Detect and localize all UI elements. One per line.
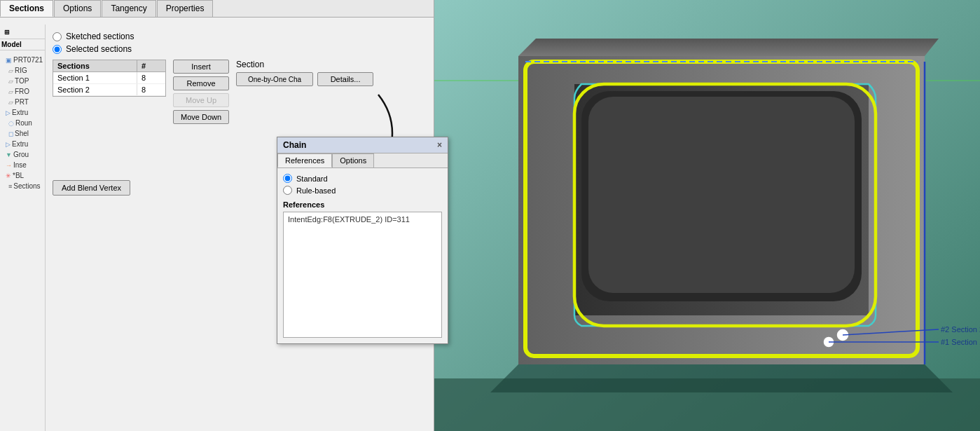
table-row[interactable]: Section 2 8 xyxy=(53,84,165,96)
dialog-tabs: References Options xyxy=(277,153,448,168)
tree-item-fro[interactable]: ▱ FRO xyxy=(3,86,42,97)
plane-icon4: ▱ xyxy=(8,99,13,106)
one-by-one-button[interactable]: One-by-One Cha xyxy=(236,72,313,86)
action-buttons: Insert Remove Move Up Move Down xyxy=(173,60,229,124)
tree-item-round[interactable]: ◌ Roun xyxy=(3,118,42,128)
model-tree: ⊞ Model ▣ PRT0721 ▱ RIG ▱ TOP ▱ FRO xyxy=(0,25,46,431)
model-tree-header: ⊞ xyxy=(0,25,45,39)
plane-icon: ▱ xyxy=(8,67,13,74)
viewport-svg: #2 Section 2 #1 Section 1 xyxy=(434,0,980,431)
dialog-tab-options[interactable]: Options xyxy=(332,153,374,167)
tab-options[interactable]: Options xyxy=(54,0,101,17)
sections-area: Sections # Section 1 8 Section 2 8 xyxy=(53,60,427,124)
dialog-title: Chain xyxy=(283,140,306,150)
radio-sketched-input[interactable] xyxy=(53,32,62,41)
tree-item-insert[interactable]: → Inse xyxy=(3,160,42,170)
radio-sketched: Sketched sections xyxy=(53,32,427,41)
section-right-panel: Section One-by-One Cha Details... xyxy=(236,60,373,124)
viewport: #2 Section 2 #1 Section 1 xyxy=(434,0,980,431)
svg-rect-7 xyxy=(588,97,855,293)
sections-icon: ≡ xyxy=(8,183,12,190)
radio-selected-input[interactable] xyxy=(53,45,62,54)
radio-group: Sketched sections Selected sections xyxy=(53,32,427,54)
tree-item-blend[interactable]: ✳ *BL xyxy=(3,170,42,181)
reference-item: IntentEdg:F8(EXTRUDE_2) ID=311 xyxy=(288,215,437,224)
section-buttons-group: One-by-One Cha Details... xyxy=(236,72,373,86)
tree-item-sections[interactable]: ≡ Sections xyxy=(3,181,42,191)
move-up-button[interactable]: Move Up xyxy=(173,93,229,107)
dialog-radio-standard-label: Standard xyxy=(296,175,328,183)
tree-item-prt[interactable]: ▣ PRT0721 xyxy=(3,55,42,65)
dialog-radio-standard: Standard xyxy=(283,174,442,183)
dialog-radio-rule-based: Rule-based xyxy=(283,186,442,195)
remove-button[interactable]: Remove xyxy=(173,76,229,90)
tree-item-extrude1[interactable]: ▷ Extru xyxy=(3,107,42,118)
app-container: Sections Options Tangency Properties ⊞ M… xyxy=(0,0,980,431)
svg-marker-19 xyxy=(490,364,953,392)
tree-item-extrude2[interactable]: ▷ Extru xyxy=(3,139,42,149)
radio-sketched-label: Sketched sections xyxy=(66,32,134,41)
move-down-button[interactable]: Move Down xyxy=(173,110,229,124)
tree-item-shell[interactable]: ◻ Shel xyxy=(3,128,42,139)
grid-icon: ⊞ xyxy=(4,29,10,36)
chain-dialog: Chain × References Options Standard Rule… xyxy=(277,137,448,344)
round-icon: ◌ xyxy=(8,120,14,127)
dialog-radio-standard-input[interactable] xyxy=(283,174,292,183)
shell-icon: ◻ xyxy=(8,130,13,137)
insert-icon: → xyxy=(6,162,12,169)
add-blend-vertex-button[interactable]: Add Blend Vertex xyxy=(53,180,130,196)
left-panel: Sections Options Tangency Properties ⊞ M… xyxy=(0,0,434,431)
insert-button[interactable]: Insert xyxy=(173,60,229,74)
dialog-tab-references[interactable]: References xyxy=(277,153,332,167)
sections-table-header: Sections # xyxy=(53,60,165,72)
radio-selected-label: Selected sections xyxy=(66,44,132,54)
dialog-radio-rule-based-label: Rule-based xyxy=(296,186,336,195)
dialog-radio-rule-based-input[interactable] xyxy=(283,186,292,195)
section2-count: 8 xyxy=(137,84,165,95)
tree-items: ▣ PRT0721 ▱ RIG ▱ TOP ▱ FRO ▱ PRT xyxy=(0,52,45,194)
radio-selected: Selected sections xyxy=(53,44,427,54)
section-label-text: Section xyxy=(236,60,373,69)
details-button[interactable]: Details... xyxy=(317,72,373,86)
dialog-close-button[interactable]: × xyxy=(437,140,442,150)
svg-text:#1 Section 1: #1 Section 1 xyxy=(941,338,980,346)
sections-table: Sections # Section 1 8 Section 2 8 xyxy=(53,60,166,97)
tabs-bar: Sections Options Tangency Properties xyxy=(0,0,434,18)
tree-item-top[interactable]: ▱ TOP xyxy=(3,76,42,86)
dialog-radio-group: Standard Rule-based xyxy=(283,174,442,195)
tab-properties[interactable]: Properties xyxy=(157,0,214,17)
tree-item-rig[interactable]: ▱ RIG xyxy=(3,65,42,76)
tree-item-label: PRT0721 xyxy=(13,56,43,64)
plane-icon3: ▱ xyxy=(8,88,13,95)
group-icon: ▼ xyxy=(6,151,12,158)
tree-item-prt2[interactable]: ▱ PRT xyxy=(3,97,42,107)
viewport-background: #2 Section 2 #1 Section 1 xyxy=(434,0,980,431)
references-list[interactable]: IntentEdg:F8(EXTRUDE_2) ID=311 xyxy=(283,212,442,338)
dialog-body: Standard Rule-based References IntentEdg… xyxy=(277,168,448,343)
tab-tangency[interactable]: Tangency xyxy=(102,0,156,17)
model-label: Model xyxy=(0,39,45,50)
table-row[interactable]: Section 1 8 xyxy=(53,72,165,84)
svg-text:#2 Section 2: #2 Section 2 xyxy=(941,325,980,334)
extrude-icon2: ▷ xyxy=(6,141,11,148)
plane-icon2: ▱ xyxy=(8,78,13,85)
sections-table-container: Sections # Section 1 8 Section 2 8 xyxy=(53,60,166,124)
part-icon: ▣ xyxy=(6,57,12,64)
tree-item-group[interactable]: ▼ Grou xyxy=(3,149,42,160)
svg-marker-4 xyxy=(518,39,939,56)
section2-name: Section 2 xyxy=(53,84,137,95)
col-header-sections: Sections xyxy=(53,60,137,71)
dialog-title-bar: Chain × xyxy=(277,137,448,153)
col-header-hash: # xyxy=(137,60,165,71)
section1-count: 8 xyxy=(137,72,165,83)
extrude-icon: ▷ xyxy=(6,109,11,116)
tab-sections[interactable]: Sections xyxy=(0,0,53,17)
blend-icon: ✳ xyxy=(6,172,11,179)
dialog-references-label: References xyxy=(283,200,442,209)
section1-name: Section 1 xyxy=(53,72,137,83)
